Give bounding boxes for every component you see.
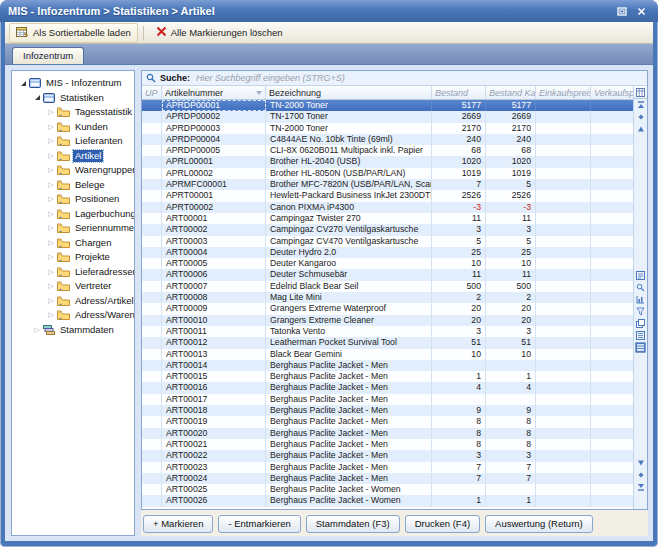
table-row[interactable]: ART00010Grangers Extreme Cleaner2020: [142, 315, 633, 326]
tree-item-positionen[interactable]: ▷Positionen: [14, 192, 134, 207]
title-bar[interactable]: MIS - Infozentrum > Statistiken > Artike…: [0, 0, 658, 22]
tree-expand-icon[interactable]: ▷: [46, 297, 56, 305]
table-row[interactable]: ART00020Berghaus Paclite Jacket - Men88: [142, 428, 633, 439]
table-row[interactable]: ART00013Black Bear Gemini1010: [142, 349, 633, 360]
table-row[interactable]: ART00017Berghaus Paclite Jacket - Men: [142, 394, 633, 405]
table-row[interactable]: ART00024Berghaus Paclite Jacket - Men77: [142, 473, 633, 484]
tree-item-adress-warengruppen[interactable]: ▷Adress/Warengruppen: [14, 308, 134, 323]
tree-item-lagerbuchungen[interactable]: ▷Lagerbuchungen: [14, 207, 134, 222]
tree-item-mis-infozentrum[interactable]: MIS - Infozentrum: [14, 76, 134, 91]
tree-item-seriennummern[interactable]: ▷Seriennummern: [14, 221, 134, 236]
table-row[interactable]: APRDP00005CLI-8X 0620B011 Multipack inkl…: [142, 145, 633, 156]
tree-expand-icon[interactable]: ▷: [46, 282, 56, 290]
scroll-last-icon[interactable]: [635, 482, 646, 492]
restore-icon[interactable]: [613, 4, 630, 19]
tree-item-kunden[interactable]: ▷Kunden: [14, 120, 134, 135]
table-row[interactable]: ART00019Berghaus Paclite Jacket - Men88: [142, 416, 633, 427]
table-row[interactable]: ART00015Berghaus Paclite Jacket - Men11: [142, 371, 633, 382]
tree-collapse-icon[interactable]: [18, 81, 28, 86]
table-row[interactable]: APRMFC00001Brother MFC-7820N (USB/PAR/LA…: [142, 179, 633, 190]
table-row[interactable]: ART00003Campingaz CV470 Ventilgaskartusc…: [142, 236, 633, 247]
table-row[interactable]: ART00009Grangers Extreme Waterproof2020: [142, 303, 633, 314]
tree-expand-icon[interactable]: ▷: [46, 108, 56, 116]
tree-item-projekte[interactable]: ▷Projekte: [14, 250, 134, 265]
table-row[interactable]: ART00002Campingaz CV270 Ventilgaskartusc…: [142, 224, 633, 235]
table-row[interactable]: ART00001Campingaz Twister 2701111: [142, 213, 633, 224]
table-row[interactable]: ART00012Leatherman Pocket Survival Tool5…: [142, 337, 633, 348]
grid-scrollbar-strip[interactable]: [633, 86, 647, 509]
column-header-bezeichnung[interactable]: Bezeichnung: [266, 86, 432, 99]
tree-item-lieferanten[interactable]: ▷Lieferanten: [14, 134, 134, 149]
tree-expand-icon[interactable]: ▷: [46, 224, 56, 232]
table-row[interactable]: ART00018Berghaus Paclite Jacket - Men99: [142, 405, 633, 416]
card-view-icon[interactable]: [635, 270, 646, 281]
table-row[interactable]: ART00023Berghaus Paclite Jacket - Men77: [142, 462, 633, 473]
load-sort-table-button[interactable]: Als Sortiertabelle laden: [9, 23, 138, 43]
tree-expand-icon[interactable]: ▷: [46, 253, 56, 261]
tree-expand-icon[interactable]: ▷: [46, 152, 56, 160]
auswertung-return-button[interactable]: Auswertung (Return): [485, 515, 593, 533]
drucken-f4-button[interactable]: Drucken (F4): [405, 515, 480, 533]
table-row[interactable]: ART00021Berghaus Paclite Jacket - Men88: [142, 439, 633, 450]
entmarkieren-button[interactable]: - Entmarkieren: [218, 515, 300, 533]
table-row[interactable]: ART00005Deuter Kangaroo1010: [142, 258, 633, 269]
layers-icon[interactable]: [635, 318, 646, 329]
scroll-down-page-icon[interactable]: [635, 470, 646, 480]
tree-item-lieferadressen[interactable]: ▷Lieferadressen: [14, 265, 134, 280]
tree-item-belege[interactable]: ▷Belege: [14, 178, 134, 193]
table-row[interactable]: APRDP00004C4844AE No. 10bk Tinte (69ml)2…: [142, 134, 633, 145]
column-header-verkaufsprei[interactable]: Verkaufsprei: [591, 86, 633, 99]
scroll-down-icon[interactable]: [635, 458, 646, 468]
table-row[interactable]: APRL00002Brother HL-8050N (USB/PAR/LAN)1…: [142, 168, 633, 179]
chart-icon[interactable]: [635, 294, 646, 305]
tree-item-tagesstatistik[interactable]: ▷Tagesstatistik: [14, 105, 134, 120]
column-header-up[interactable]: UP: [142, 86, 162, 99]
stammdaten-f3-button[interactable]: Stammdaten (F3): [306, 515, 400, 533]
tree-collapse-icon[interactable]: [32, 95, 42, 100]
table-row[interactable]: ART00016Berghaus Paclite Jacket - Men44: [142, 382, 633, 393]
table-row[interactable]: ART00007Edelrid Black Bear Seil500500: [142, 281, 633, 292]
tree-expand-icon[interactable]: ▷: [46, 123, 56, 131]
tree-expand-icon[interactable]: ▷: [46, 166, 56, 174]
table-row[interactable]: APRDP00001TN-2000 Toner51775177: [142, 100, 633, 111]
tree-item-vertreter[interactable]: ▷Vertreter: [14, 279, 134, 294]
table-row[interactable]: APRT00002Canon PIXMA iP4300-3-3: [142, 202, 633, 213]
table-row[interactable]: ART00026Berghaus Paclite Jacket - Women1…: [142, 495, 633, 506]
table-row[interactable]: APRT00001Hewlett-Packard Business InkJet…: [142, 190, 633, 201]
tree-item-adress-artikel[interactable]: ▷Adress/Artikel: [14, 294, 134, 309]
scroll-first-icon[interactable]: [635, 100, 646, 110]
column-header-bestand-kalk-[interactable]: Bestand Kalk..: [486, 86, 536, 99]
table-row[interactable]: APRDP00003TN-2000 Toner21702170: [142, 123, 633, 134]
table-row[interactable]: ART00025Berghaus Paclite Jacket - Women: [142, 484, 633, 495]
tree-expand-icon[interactable]: ▷: [46, 268, 56, 276]
list-view-icon[interactable]: [635, 330, 646, 341]
scroll-up-icon[interactable]: [635, 124, 646, 134]
grid-search-icon[interactable]: [635, 282, 646, 293]
tree-item-statistiken[interactable]: Statistiken: [14, 91, 134, 106]
tree-expand-icon[interactable]: ▷: [46, 210, 56, 218]
table-view-icon[interactable]: [635, 342, 646, 353]
table-row[interactable]: ART00004Deuter Hydro 2.02525: [142, 247, 633, 258]
table-row[interactable]: APRL00001Brother HL-2040 (USB)10201020: [142, 156, 633, 167]
tree-expand-icon[interactable]: ▷: [32, 326, 42, 334]
search-input[interactable]: [194, 72, 643, 84]
scroll-up-page-icon[interactable]: [635, 112, 646, 122]
tree-item-chargen[interactable]: ▷Chargen: [14, 236, 134, 251]
tree-item-warengruppen[interactable]: ▷Warengruppen: [14, 163, 134, 178]
filter-icon[interactable]: [635, 306, 646, 317]
table-row[interactable]: ART00006Deuter Schmusebär1111: [142, 269, 633, 280]
tree-item-stammdaten[interactable]: ▷Stammdaten: [14, 323, 134, 338]
column-chooser-icon[interactable]: [634, 86, 647, 99]
table-row[interactable]: ART00014Berghaus Paclite Jacket - Men: [142, 360, 633, 371]
tree-expand-icon[interactable]: ▷: [46, 195, 56, 203]
tree-expand-icon[interactable]: ▷: [46, 311, 56, 319]
markieren-button[interactable]: + Markieren: [143, 515, 213, 533]
table-row[interactable]: APRDP00002TN-1700 Toner26692669: [142, 111, 633, 122]
column-header-einkaufspreis[interactable]: Einkaufspreis: [536, 86, 591, 99]
tree-item-artikel[interactable]: ▷Artikel: [14, 149, 134, 164]
tree-expand-icon[interactable]: ▷: [46, 137, 56, 145]
table-row[interactable]: ART00011Tatonka Vento33: [142, 326, 633, 337]
table-row[interactable]: ART00022Berghaus Paclite Jacket - Men33: [142, 450, 633, 461]
table-row[interactable]: ART00008Mag Lite Mini22: [142, 292, 633, 303]
tree-expand-icon[interactable]: ▷: [46, 239, 56, 247]
